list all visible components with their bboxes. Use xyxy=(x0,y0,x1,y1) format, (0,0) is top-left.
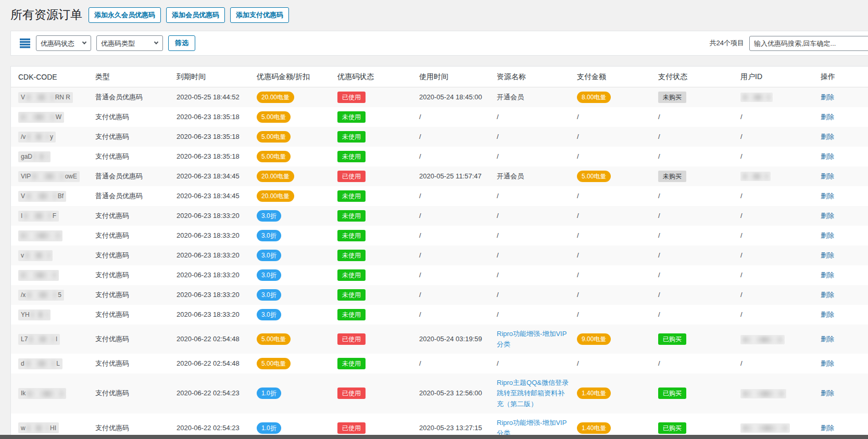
resource-name-cell: / xyxy=(493,265,573,285)
coupon-amount-badge: 5.00电量 xyxy=(257,358,291,369)
empty-value: / xyxy=(740,311,743,318)
delete-link[interactable]: 删除 xyxy=(821,113,834,121)
empty-value: / xyxy=(740,152,743,160)
pay-amount-cell: / xyxy=(573,147,654,166)
delete-link[interactable]: 删除 xyxy=(821,231,834,239)
coupon-type-select[interactable]: 优惠码类型 xyxy=(96,35,163,51)
column-header: 类型 xyxy=(91,67,172,87)
delete-link[interactable]: 删除 xyxy=(821,212,834,220)
page-actions: 添加永久会员优惠码添加会员优惠码添加支付优惠码 xyxy=(89,7,289,23)
empty-value: / xyxy=(658,231,660,239)
delete-link[interactable]: 删除 xyxy=(821,152,834,160)
empty-value: / xyxy=(740,133,743,140)
coupon-status-cell: 未使用 xyxy=(333,127,415,147)
empty-value: / xyxy=(497,113,499,121)
masked-value: VRN R xyxy=(18,92,73,103)
empty-value: / xyxy=(497,291,499,299)
used-time-cell: 2020-05-24 03:19:59 xyxy=(415,325,493,354)
filter-toolbar: 优惠码状态 优惠码类型 筛选 共24个项目 xyxy=(10,31,868,56)
coupon-status-cell: 已使用 xyxy=(333,87,415,108)
operation-cell: 删除 xyxy=(816,354,868,373)
delete-link[interactable]: 删除 xyxy=(821,271,834,279)
empty-value: / xyxy=(740,231,743,239)
operation-cell: 删除 xyxy=(816,147,868,166)
delete-link[interactable]: 删除 xyxy=(821,192,834,200)
delete-link[interactable]: 删除 xyxy=(821,311,834,318)
delete-link[interactable]: 删除 xyxy=(821,335,834,343)
delete-link[interactable]: 删除 xyxy=(821,133,834,140)
coupon-status-select-wrap: 优惠码状态 xyxy=(36,35,91,51)
coupon-type-cell: 支付优惠码 xyxy=(91,354,172,373)
masked-value: YH xyxy=(18,309,51,320)
coupon-table: CDK-CODE类型到期时间优惠码金额/折扣优惠码状态使用时间资源名称支付金额支… xyxy=(11,67,868,439)
used-time-cell: / xyxy=(415,305,493,325)
add-coupon-button[interactable]: 添加支付优惠码 xyxy=(230,7,289,23)
user-id-cell xyxy=(736,166,816,186)
coupon-status-cell: 未使用 xyxy=(333,107,415,127)
orders-table-card: CDK-CODE类型到期时间优惠码金额/折扣优惠码状态使用时间资源名称支付金额支… xyxy=(10,66,868,439)
list-view-icon[interactable] xyxy=(19,38,31,48)
blur-smudge xyxy=(32,173,63,179)
empty-value: / xyxy=(497,359,499,367)
blur-smudge xyxy=(27,425,48,431)
used-time-cell: / xyxy=(415,265,493,285)
delete-link[interactable]: 删除 xyxy=(821,172,834,180)
resource-name-cell: / xyxy=(493,186,573,206)
table-row: gaD支付优惠码2020-06-23 18:35:185.00电量未使用////… xyxy=(11,147,868,166)
masked-value: IF xyxy=(18,211,59,222)
blur-smudge xyxy=(27,391,64,397)
coupon-status-cell: 未使用 xyxy=(333,265,415,285)
operation-cell: 删除 xyxy=(816,373,868,413)
resource-link[interactable]: Ripro功能增强-增加VIP分类 xyxy=(497,419,567,437)
empty-value: / xyxy=(658,271,660,279)
resource-link[interactable]: Ripro功能增强-增加VIP分类 xyxy=(497,330,567,348)
delete-link[interactable]: 删除 xyxy=(821,251,834,259)
delete-link[interactable]: 删除 xyxy=(821,389,834,397)
empty-value: / xyxy=(740,291,743,299)
empty-value: / xyxy=(658,152,660,160)
page-header: 所有资源订单 添加永久会员优惠码添加会员优惠码添加支付优惠码 xyxy=(10,6,868,24)
operation-cell: 删除 xyxy=(816,246,868,265)
used-time-cell: / xyxy=(415,186,493,206)
pay-amount-cell: 5.00电量 xyxy=(573,166,654,186)
cdk-code-cell: VIPowE xyxy=(11,166,91,186)
empty-value: / xyxy=(658,133,660,140)
used-time-cell: / xyxy=(415,147,493,166)
coupon-amount-cell: 1.0折 xyxy=(253,373,333,413)
column-header: 到期时间 xyxy=(172,67,253,87)
pay-amount-cell: 9.00电量 xyxy=(573,325,654,354)
user-id-cell xyxy=(736,373,816,413)
coupon-type-cell: 支付优惠码 xyxy=(91,325,172,354)
masked-value: /vy xyxy=(18,132,56,143)
add-coupon-button[interactable]: 添加会员优惠码 xyxy=(166,7,225,23)
add-coupon-button[interactable]: 添加永久会员优惠码 xyxy=(89,7,161,23)
empty-value: / xyxy=(577,212,579,220)
delete-link[interactable]: 删除 xyxy=(821,291,834,299)
mask-visible-fragment: I xyxy=(21,211,22,221)
coupon-search-input[interactable] xyxy=(749,36,868,51)
user-id-cell: / xyxy=(736,127,816,147)
mask-visible-fragment: V xyxy=(21,93,25,102)
pay-status-cell: / xyxy=(654,305,736,325)
cdk-code-cell: VRN R xyxy=(11,87,91,108)
table-row: VRN R普通会员优惠码2020-05-25 18:44:5220.00电量已使… xyxy=(11,87,868,108)
coupon-type-cell: 普通会员优惠码 xyxy=(91,166,172,186)
empty-value: / xyxy=(577,271,579,279)
delete-link[interactable]: 删除 xyxy=(821,424,834,432)
filter-button[interactable]: 筛选 xyxy=(168,35,195,51)
pay-status-cell: 已购买 xyxy=(654,373,736,413)
mask-visible-fragment: W xyxy=(56,112,61,122)
resource-link[interactable]: Ripro主题QQ&微信登录跳转至跳转邮箱资料补充（第二版） xyxy=(497,379,569,407)
mask-visible-fragment: l xyxy=(56,334,57,344)
delete-link[interactable]: 删除 xyxy=(821,359,834,367)
table-row: IF支付优惠码2020-06-23 18:33:203.0折未使用/////删除 xyxy=(11,206,868,226)
resource-name-cell: / xyxy=(493,206,573,226)
empty-value: / xyxy=(497,133,499,140)
mask-visible-fragment: VIP xyxy=(21,172,31,182)
resource-name-cell: / xyxy=(493,226,573,246)
masked-value: wHI xyxy=(18,422,59,433)
coupon-status-select[interactable]: 优惠码状态 xyxy=(36,35,91,51)
delete-link[interactable]: 删除 xyxy=(821,93,834,101)
empty-value: / xyxy=(740,192,743,200)
empty-value: / xyxy=(497,231,499,239)
